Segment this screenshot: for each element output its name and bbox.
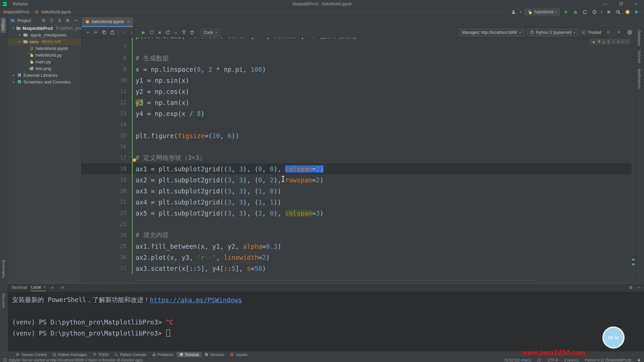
trusted-checkbox[interactable]: ✓ Trusted — [582, 30, 601, 35]
tree-item-external-libraries[interactable]: ▸External Libraries — [8, 72, 81, 78]
terminal-dropdown-icon[interactable]: ˅ — [59, 284, 66, 291]
move-up-icon[interactable]: ↑ — [120, 29, 127, 36]
clear-outputs-icon[interactable] — [180, 29, 187, 36]
terminal-hide-icon[interactable]: — — [637, 285, 641, 290]
tree-twisty-icon[interactable]: ▸ — [12, 73, 15, 77]
code-line-16[interactable]: 16 — [82, 141, 631, 152]
code-line-19[interactable]: 19ax2 = plt.subplot2grid((3, 3), (0, 2),… — [82, 174, 631, 185]
rerun-all-icon[interactable] — [164, 29, 171, 36]
restart-kernel-icon[interactable] — [148, 29, 155, 36]
sidebar-item-structure[interactable]: Structure — [2, 293, 6, 308]
copy-cell-icon[interactable] — [100, 29, 108, 36]
sidebar-item-bookmarks[interactable]: Bookmarks — [2, 260, 6, 278]
kernel-dropdown[interactable]: Python 3 (ipykernel)▾ — [527, 29, 578, 36]
horizontal-scrollbar[interactable] — [135, 280, 535, 281]
tree-item-matplotlibpro3[interactable]: ▾MatplotlibPro3D:\python_pro — [8, 25, 81, 32]
run-cell-icon[interactable]: ▶ — [140, 29, 147, 36]
sidebar-item-database[interactable]: Database — [637, 30, 641, 46]
collapse-up-icon[interactable]: ˄ — [604, 29, 612, 36]
code-line-6[interactable]: 6plt.rcParams['font.sans-serif'] = ['Sim… — [82, 38, 631, 42]
locate-icon[interactable] — [42, 18, 47, 22]
sidebar-item-sciview[interactable]: SciView — [637, 50, 641, 63]
run-icon[interactable] — [563, 9, 569, 15]
code-line-17[interactable]: 17# 定义网格形状（3×3） — [82, 152, 631, 163]
tree-item-main-py[interactable]: main.py — [8, 58, 81, 65]
terminal-link[interactable]: https://aka.ms/PSWindows — [150, 296, 242, 304]
toolwindow-services[interactable]: Services — [202, 352, 227, 357]
collapse-all-icon[interactable] — [58, 18, 63, 22]
code-editor[interactable]: 6plt.rcParams['font.sans-serif'] = ['Sim… — [82, 38, 636, 283]
update-icon[interactable] — [625, 9, 631, 15]
status-segment[interactable]: UTF-8 — [547, 358, 558, 362]
code-line-26[interactable]: 26ax2.plot(x, y3, 'r--', linewidth=2) — [82, 252, 631, 263]
tree-twisty-icon[interactable]: ▸ — [18, 33, 21, 37]
code-line-14[interactable]: 14 — [82, 119, 631, 130]
jupyter-settings-icon[interactable] — [626, 29, 633, 36]
interrupt-kernel-icon[interactable]: ■ — [156, 29, 163, 36]
tree-item-helloworld-py[interactable]: helloWorld.py — [8, 52, 81, 58]
tree-item-venv[interactable]: ▸venvlibrary root — [8, 38, 81, 45]
code-line-11[interactable]: 11y2 = np.cos(x) — [82, 86, 631, 97]
expand-all-icon[interactable] — [50, 18, 55, 22]
toolwindow-python-console[interactable]: Python Console — [112, 352, 149, 357]
code-line-15[interactable]: 15plt.figure(figsize=(10, 6)) — [82, 130, 631, 141]
terminal-output[interactable]: 安装最新的 PowerShell，了解新功能和改进！https://aka.ms… — [8, 292, 644, 339]
code-line-9[interactable]: 9x = np.linspace(0, 2 * np.pi, 100) — [82, 64, 631, 75]
ide-logo-icon[interactable] — [634, 9, 640, 15]
run-all-below-icon[interactable]: » — [172, 29, 179, 36]
tree-twisty-icon[interactable]: ▾ — [12, 26, 14, 30]
run-config-dropdown[interactable]: helloWorld▾ — [525, 9, 560, 15]
cut-cell-icon[interactable]: ✂ — [92, 29, 100, 36]
user-icon[interactable] — [511, 9, 517, 15]
terminal-tab-local[interactable]: Local × — [31, 284, 46, 291]
user-dropdown-icon[interactable]: ▾ — [520, 10, 522, 14]
status-message[interactable]: Jupyter Server started at http://localho… — [9, 358, 143, 362]
code-line-24[interactable]: 24# 填充内容 — [82, 230, 631, 241]
menu-refactor[interactable]: Refactor — [10, 0, 31, 8]
code-line-22[interactable]: 22ax5 = plt.subplot2grid((3, 3), (2, 0),… — [82, 207, 631, 219]
delete-cell-icon[interactable] — [188, 29, 196, 36]
toolwindow-terminal[interactable]: Terminal — [177, 352, 202, 357]
add-cell-icon[interactable]: + — [84, 29, 92, 36]
tree-item--ipynb-checkpoints[interactable]: ▸.ipynb_checkpoints — [8, 32, 81, 38]
code-line-7[interactable]: 7 — [82, 42, 631, 53]
paste-cell-icon[interactable] — [108, 29, 116, 36]
profiler-dropdown-icon[interactable]: ▾ — [601, 10, 602, 14]
coverage-icon[interactable] — [582, 9, 588, 15]
close-button[interactable]: × — [629, 0, 644, 8]
debug-icon[interactable] — [573, 9, 579, 15]
tree-twisty-icon[interactable]: ▸ — [18, 40, 21, 43]
sidebar-item-project[interactable]: Project — [1, 17, 6, 33]
restore-button[interactable] — [613, 0, 629, 8]
collapse-down-icon[interactable]: ˅ — [615, 29, 623, 36]
status-segment[interactable]: 4 spaces — [564, 358, 579, 362]
code-line-13[interactable]: 13y4 = np.exp(x / 8) — [82, 108, 631, 119]
tree-item-test-png[interactable]: test.png — [8, 65, 81, 72]
tab-close-icon[interactable]: × — [127, 19, 129, 24]
stop-icon[interactable] — [606, 9, 612, 15]
terminal-tab-close-icon[interactable]: × — [43, 286, 45, 289]
minimize-button[interactable]: — — [598, 0, 613, 8]
status-segment[interactable]: 79:50 (10 chars) — [504, 358, 531, 362]
inspections-widget[interactable]: ▲ 9 △ 1 ✓ 4 ˄ ˅ — [589, 38, 631, 45]
tree-item-scratches-and-consoles[interactable]: ▸Scratches and Consoles — [8, 78, 81, 85]
tree-item-helloworld-ipynb[interactable]: helloWorld.ipynb — [8, 45, 81, 52]
new-terminal-session-icon[interactable]: + — [49, 284, 56, 291]
code-line-21[interactable]: 21ax4 = plt.subplot2grid((3, 3), (1, 1)) — [82, 196, 631, 207]
search-icon[interactable] — [615, 9, 621, 15]
cell-type-dropdown[interactable]: Code▾ — [201, 29, 220, 36]
code-line-25[interactable]: 25ax1.fill_between(x, y1, y2, alpha=0.3) — [82, 241, 631, 252]
hide-icon[interactable] — [74, 18, 79, 22]
code-line-12[interactable]: 12y3 = np.tan(x) — [82, 97, 631, 108]
breadcrumb-item[interactable]: MatplotlibPro3 — [3, 10, 29, 14]
code-line-27[interactable]: 27ax3.scatter(x[::5], y4[::5], s=50) — [82, 263, 631, 274]
code-line-10[interactable]: 10y1 = np.sin(x) — [82, 75, 631, 86]
code-line-18[interactable]: 18ax1 = plt.subplot2grid((3, 3), (0, 0),… — [82, 163, 631, 174]
intention-bulb-icon[interactable] — [132, 158, 136, 162]
code-line-20[interactable]: 20ax3 = plt.subplot2grid((3, 3), (1, 0)) — [82, 185, 631, 196]
profiler-icon[interactable] — [591, 9, 597, 15]
jupyter-server-dropdown[interactable]: Managed: http://localhost:8888▾ — [459, 29, 524, 36]
prev-problem-icon[interactable]: ˄ — [622, 40, 623, 43]
move-down-icon[interactable]: ↓ — [128, 29, 136, 36]
toolwindow-version-control[interactable]: Version Control — [13, 352, 49, 357]
